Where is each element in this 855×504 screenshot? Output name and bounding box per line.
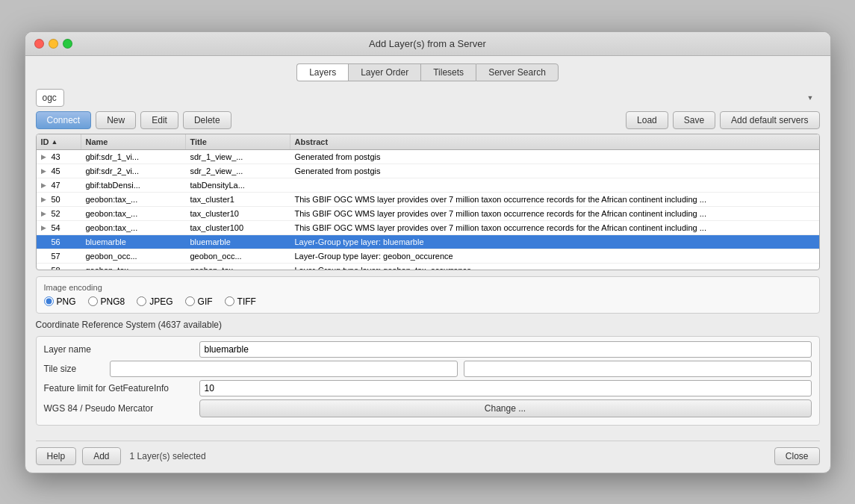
expand-arrow[interactable]: ▶	[41, 210, 49, 217]
connect-button[interactable]: Connect	[36, 111, 92, 129]
titlebar: Add Layer(s) from a Server	[25, 32, 830, 56]
tab-tilesets[interactable]: Tilesets	[420, 63, 476, 81]
feature-limit-row: Feature limit for GetFeatureInfo	[44, 380, 812, 396]
png-radio[interactable]	[44, 296, 54, 306]
delete-button[interactable]: Delete	[183, 111, 231, 129]
jpeg-option[interactable]: JPEG	[137, 296, 172, 307]
maximize-button[interactable]	[63, 39, 72, 49]
new-button[interactable]: New	[96, 111, 136, 129]
expand-arrow[interactable]: ▶	[41, 167, 49, 175]
tile-size-label: Tile size	[44, 364, 104, 374]
tiff-label: TIFF	[237, 296, 256, 307]
gif-option[interactable]: GIF	[185, 296, 213, 307]
feature-limit-label: Feature limit for GetFeatureInfo	[44, 383, 193, 393]
tile-size-input1[interactable]	[110, 361, 458, 377]
jpeg-radio[interactable]	[137, 296, 146, 306]
server-row: ogc	[36, 89, 820, 107]
save-button[interactable]: Save	[673, 111, 715, 129]
content-area: Layers Layer Order Tilesets Server Searc…	[25, 56, 830, 441]
load-button[interactable]: Load	[626, 111, 668, 129]
png-label: PNG	[57, 296, 76, 307]
tile-size-row: Tile size	[44, 361, 812, 377]
server-select[interactable]: ogc	[36, 89, 64, 107]
layer-name-row: Layer name	[44, 341, 812, 358]
table-row[interactable]: ▶50geobon:tax_...tax_cluster1This GBIF O…	[37, 193, 819, 207]
window-title: Add Layer(s) from a Server	[369, 38, 486, 49]
add-button[interactable]: Add	[82, 447, 120, 465]
image-encoding-label: Image encoding	[44, 283, 812, 292]
table-row[interactable]: ▶52geobon:tax_...tax_cluster10This GBIF …	[37, 207, 819, 221]
table-row[interactable]: ▶45gbif:sdr_2_vi...sdr_2_view_...Generat…	[37, 164, 819, 178]
tab-layer-order[interactable]: Layer Order	[348, 63, 420, 81]
feature-limit-input[interactable]	[199, 380, 812, 396]
layer-details: Layer name Tile size Feature limit for G…	[36, 336, 820, 426]
expand-arrow[interactable]: ▶	[41, 181, 49, 189]
png-option[interactable]: PNG	[44, 296, 76, 307]
gif-radio[interactable]	[185, 296, 195, 306]
layer-name-input[interactable]	[199, 341, 812, 358]
wgs84-label: WGS 84 / Pseudo Mercator	[44, 403, 193, 414]
sort-arrow-id: ▲	[52, 138, 58, 146]
tiff-radio[interactable]	[225, 296, 234, 306]
encoding-options: PNG PNG8 JPEG GIF TIFF	[44, 296, 812, 307]
help-button[interactable]: Help	[36, 447, 77, 465]
col-abstract: Abstract	[290, 134, 819, 149]
bottom-bar: Help Add 1 Layer(s) selected Close	[25, 441, 830, 473]
close-button[interactable]	[34, 39, 44, 49]
png8-option[interactable]: PNG8	[88, 296, 125, 307]
main-window: Add Layer(s) from a Server Layers Layer …	[25, 31, 831, 473]
crs-label: Coordinate Reference System (4637 availa…	[36, 320, 222, 330]
table-row[interactable]: ▶43gbif:sdr_1_vi...sdr_1_view_...Generat…	[37, 150, 819, 164]
gif-label: GIF	[198, 296, 213, 307]
expand-arrow[interactable]: ▶	[41, 196, 49, 203]
expand-arrow[interactable]: ▶	[41, 153, 49, 161]
server-select-wrapper: ogc	[36, 89, 820, 107]
tile-size-input2[interactable]	[464, 361, 812, 377]
table-row[interactable]: 58geobon_tax_...geobon_tax_...Layer-Grou…	[37, 264, 819, 270]
layers-table: ID ▲ Name Title Abstract ▶43gbif:sdr_1_v…	[36, 134, 820, 270]
wgs84-row: WGS 84 / Pseudo Mercator Change ...	[44, 399, 812, 417]
table-body: ▶43gbif:sdr_1_vi...sdr_1_view_...Generat…	[37, 150, 819, 270]
table-row[interactable]: 57geobon_occ...geobon_occ...Layer-Group …	[37, 249, 819, 264]
tiff-option[interactable]: TIFF	[225, 296, 256, 307]
add-default-servers-button[interactable]: Add default servers	[720, 111, 819, 129]
col-name: Name	[81, 134, 186, 149]
png8-label: PNG8	[101, 296, 125, 307]
col-title: Title	[186, 134, 290, 149]
tab-server-search[interactable]: Server Search	[476, 63, 559, 81]
edit-button[interactable]: Edit	[140, 111, 178, 129]
jpeg-label: JPEG	[149, 296, 172, 307]
col-id: ID ▲	[37, 134, 81, 149]
table-row[interactable]: 56bluemarblebluemarbleLayer-Group type l…	[37, 235, 819, 249]
table-row[interactable]: ▶54geobon:tax_...tax_cluster100This GBIF…	[37, 221, 819, 235]
tab-layers[interactable]: Layers	[296, 63, 348, 81]
image-encoding-section: Image encoding PNG PNG8 JPEG GIF	[36, 276, 820, 314]
tabs: Layers Layer Order Tilesets Server Searc…	[36, 63, 820, 81]
png8-radio[interactable]	[88, 296, 98, 306]
close-button[interactable]: Close	[774, 447, 820, 465]
expand-arrow[interactable]: ▶	[41, 224, 49, 231]
crs-row: Coordinate Reference System (4637 availa…	[36, 320, 820, 330]
table-row[interactable]: ▶47gbif:tabDensi...tabDensityLa...	[37, 178, 819, 193]
change-crs-button[interactable]: Change ...	[199, 399, 812, 417]
traffic-lights	[34, 39, 72, 49]
layer-name-label: Layer name	[44, 344, 193, 355]
toolbar-row: Connect New Edit Delete Load Save Add de…	[36, 111, 820, 129]
status-text: 1 Layer(s) selected	[127, 451, 768, 461]
minimize-button[interactable]	[49, 39, 58, 49]
table-header: ID ▲ Name Title Abstract	[37, 134, 819, 150]
